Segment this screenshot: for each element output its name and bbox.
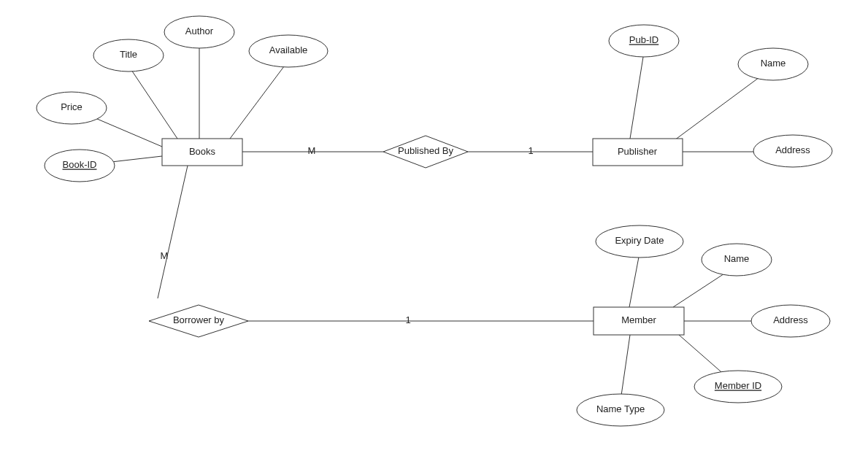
conn-available	[230, 61, 288, 139]
conn-expiry	[629, 253, 640, 307]
attr-member-id-label: Member ID	[715, 380, 761, 391]
attr-pub-name-label: Name	[761, 58, 786, 69]
attr-pub-id-label: Pub-ID	[629, 34, 658, 45]
attr-available-label: Available	[269, 45, 308, 55]
conn-title	[128, 66, 177, 139]
attr-name-type-label: Name Type	[596, 403, 645, 414]
conn-name-type	[621, 335, 630, 401]
entity-publisher-label: Publisher	[618, 146, 658, 157]
rel-published-by-label: Published By	[398, 145, 453, 156]
card-borrower-right: 1	[405, 314, 410, 325]
conn-pub-id	[630, 53, 644, 139]
er-diagram: Books Book-ID Price Title Author Availab…	[0, 0, 868, 464]
entity-books-label: Books	[189, 146, 216, 157]
attr-price-label: Price	[61, 101, 82, 112]
attr-pub-address-label: Address	[775, 144, 810, 155]
card-published-left: M	[308, 145, 316, 156]
entity-member-label: Member	[621, 314, 656, 325]
card-borrower-left: M	[161, 250, 169, 261]
conn-books-borrower	[158, 166, 188, 298]
rel-borrower-by-label: Borrower by	[173, 314, 225, 325]
attr-book-id-label: Book-ID	[63, 159, 97, 170]
attr-author-label: Author	[185, 26, 214, 36]
attr-expiry-date-label: Expiry Date	[615, 235, 664, 246]
card-published-right: 1	[528, 145, 533, 156]
attr-member-address-label: Address	[773, 314, 808, 325]
attr-member-name-label: Name	[724, 253, 750, 264]
attr-title-label: Title	[120, 49, 137, 60]
